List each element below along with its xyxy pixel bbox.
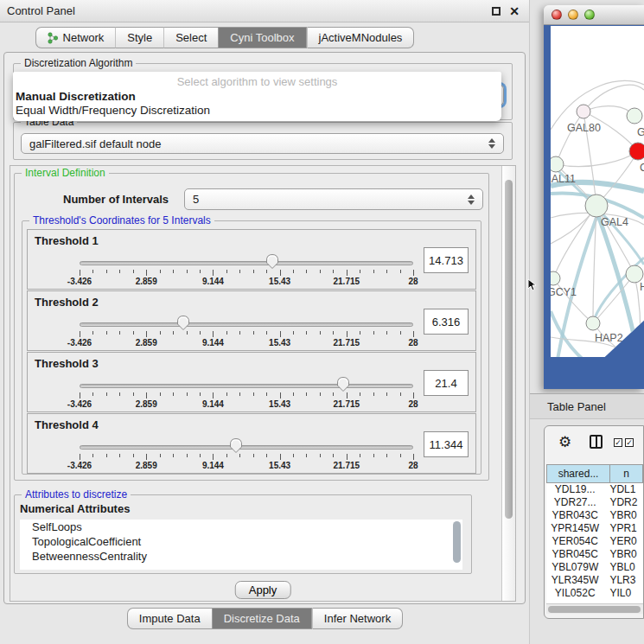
column-header-name[interactable]: n	[610, 464, 643, 483]
threshold-value-input[interactable]: 6.316	[424, 309, 469, 335]
close-traffic-light[interactable]	[552, 10, 562, 20]
attribute-list-item[interactable]: BetweennessCentrality	[20, 549, 462, 564]
table-cell[interactable]: YDR2	[609, 496, 643, 509]
table-row[interactable]: YBR045CYBR0	[546, 548, 643, 561]
table-cell[interactable]: YBR045C	[546, 548, 603, 561]
table-data-combobox[interactable]: galFiltered.sif default node	[21, 133, 504, 154]
network-node[interactable]	[551, 271, 560, 285]
slider-tick	[400, 392, 401, 396]
tab-cyni-toolbox[interactable]: Cyni Toolbox	[218, 27, 306, 48]
network-node[interactable]	[577, 105, 590, 118]
tab-style[interactable]: Style	[115, 27, 163, 48]
slider-thumb[interactable]	[229, 437, 243, 454]
table-row[interactable]: YDR27...YDR2	[546, 496, 643, 509]
table-cell[interactable]: YLR3	[609, 574, 643, 587]
horizontal-scrollbar[interactable]	[546, 603, 643, 614]
slider-tick	[239, 331, 240, 335]
network-graph[interactable]: GAL80GACGAL11GAL4GCY1HHAP2	[551, 26, 644, 357]
tab-discretize-data[interactable]: Discretize Data	[212, 608, 312, 629]
tab-jactivemnodules[interactable]: jActiveMNodules	[307, 27, 415, 48]
table-cell[interactable]: YLR345W	[546, 574, 603, 587]
table-row[interactable]: YBL079WYBL0	[546, 561, 643, 574]
threshold-slider[interactable]: -3.4262.8599.14415.4321.71528	[80, 291, 413, 350]
table-cell[interactable]: YPR145W	[546, 522, 603, 535]
column-header-shared-name[interactable]: shared...	[546, 464, 610, 483]
table-row[interactable]: YDL19...YDL1	[546, 483, 643, 496]
slider-tick	[173, 454, 174, 457]
slider-track[interactable]	[80, 322, 413, 327]
number-of-intervals-combobox[interactable]: 5	[184, 188, 483, 210]
table-row[interactable]: YPR145WYPR1	[546, 522, 643, 535]
threshold-slider[interactable]: -3.4262.8599.14415.4321.71528	[80, 353, 413, 411]
table-cell[interactable]: YER0	[609, 535, 643, 548]
table-cell[interactable]: YBR0	[609, 548, 643, 561]
table-row[interactable]: YER054CYER0	[546, 535, 643, 548]
panel-title: Control Panel	[7, 4, 75, 17]
attribute-list-item[interactable]: SelfLoops	[20, 520, 462, 534]
table-cell[interactable]: YBL0	[609, 561, 643, 574]
tab-impute-data[interactable]: Impute Data	[127, 608, 212, 629]
slider-tick	[173, 331, 174, 335]
settings-gear-icon[interactable]: ⚙	[558, 433, 571, 450]
table-cell[interactable]: YPR1	[609, 522, 643, 535]
slider-thumb[interactable]	[265, 253, 279, 270]
slider-thumb[interactable]	[336, 376, 350, 392]
tab-select[interactable]: Select	[163, 27, 218, 48]
checked-checkbox-icon[interactable]: ✓	[625, 438, 634, 447]
list-scrollbar[interactable]	[451, 520, 462, 570]
zoom-traffic-light[interactable]	[584, 10, 595, 20]
table-cell[interactable]: YIL0	[609, 587, 643, 600]
slider-tick	[400, 270, 401, 273]
table-cell[interactable]: YER054C	[546, 535, 603, 548]
table-cell[interactable]: YBL079W	[546, 561, 603, 574]
slider-track[interactable]	[80, 261, 413, 265]
checked-checkbox-icon[interactable]: ✓	[614, 438, 622, 447]
slider-tick-label: 2.859	[136, 461, 157, 470]
split-columns-icon[interactable]	[590, 435, 603, 449]
attribute-list-item[interactable]: TopologicalCoefficient	[20, 534, 462, 549]
threshold-value-input[interactable]: 21.4	[424, 370, 469, 396]
table-cell[interactable]: YDR27...	[546, 496, 603, 509]
table-cell[interactable]: YDL1	[609, 483, 643, 496]
close-icon[interactable]: ✕	[509, 3, 520, 19]
numerical-attributes-list[interactable]: SelfLoopsTopologicalCoefficientBetweenne…	[20, 520, 462, 570]
minimize-traffic-light[interactable]	[568, 10, 578, 20]
float-window-icon[interactable]	[492, 7, 501, 16]
threshold-slider[interactable]: -3.4262.8599.14415.4321.71528	[80, 230, 413, 289]
apply-button[interactable]: Apply	[235, 581, 291, 599]
network-node[interactable]	[551, 156, 564, 172]
network-node[interactable]	[616, 345, 630, 357]
network-node[interactable]	[586, 316, 600, 330]
popup-item-manual-discretization[interactable]: Manual Discretization	[16, 90, 136, 103]
threshold-value-input[interactable]: 11.344	[424, 431, 469, 457]
slider-tick	[92, 270, 93, 273]
table-cell[interactable]: YBR043C	[546, 509, 603, 522]
network-node[interactable]	[629, 143, 644, 160]
tab-infer-network[interactable]: Infer Network	[312, 608, 403, 629]
vertical-scrollbar[interactable]	[501, 166, 515, 601]
network-node[interactable]	[585, 194, 608, 217]
network-node[interactable]	[627, 108, 642, 124]
slider-tick	[280, 270, 281, 276]
slider-tick-label: 28	[408, 338, 418, 348]
network-node[interactable]	[626, 265, 643, 283]
threshold-slider[interactable]: -3.4262.8599.14415.4321.71528	[80, 414, 413, 473]
slider-tick	[373, 454, 374, 457]
popup-item-equal-width-frequency[interactable]: Equal Width/Frequency Discretization	[16, 104, 210, 117]
scrollbar-thumb[interactable]	[453, 521, 461, 563]
threshold-value-input[interactable]: 14.713	[424, 247, 469, 273]
slider-thumb[interactable]	[176, 315, 190, 331]
tab-network[interactable]: Network	[35, 27, 116, 48]
slider-track[interactable]	[80, 384, 413, 388]
table-cell[interactable]: YIL052C	[546, 587, 603, 600]
scrollbar-thumb[interactable]	[548, 606, 641, 613]
network-canvas[interactable]: GAL80GACGAL11GAL4GCY1HHAP2	[551, 26, 644, 357]
table-cell[interactable]: YDL19...	[546, 483, 603, 496]
table-row[interactable]: YIL052CYIL0	[546, 587, 643, 600]
table-row[interactable]: YLR345WYLR3	[546, 574, 643, 587]
table-cell[interactable]: YBR0	[609, 509, 643, 522]
scrollbar-thumb[interactable]	[505, 180, 513, 519]
table-row[interactable]: YBR043CYBR0	[546, 509, 643, 522]
slider-track[interactable]	[80, 445, 413, 450]
slider-tick	[92, 392, 93, 396]
